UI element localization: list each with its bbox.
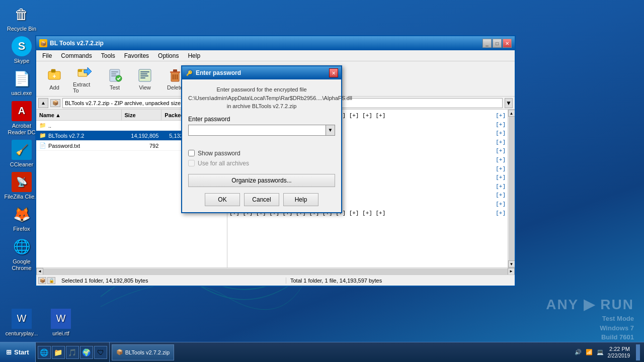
- password-input-row: ▼: [188, 125, 335, 136]
- taskbar: ⊞ Start 🌐 📁 🎵 🌍 🛡 📦 BLTools v2.7.2.zip 🔊…: [0, 342, 644, 362]
- password-input[interactable]: [188, 125, 326, 136]
- quick-launch: 🌐 📁 🎵 🌍 🛡: [36, 342, 110, 362]
- help-button[interactable]: Help: [283, 193, 318, 206]
- tray-network[interactable]: 📶: [586, 349, 593, 355]
- sec-quicklaunch[interactable]: 🛡: [94, 346, 107, 359]
- password-dropdown-arrow[interactable]: ▼: [326, 125, 335, 136]
- tray-volume[interactable]: 🔊: [575, 349, 582, 355]
- show-password-checkbox[interactable]: [188, 150, 195, 156]
- taskbar-items: 📦 BLTools v2.7.2.zip: [110, 344, 571, 360]
- dialog-titlebar: 🔑 Enter password ✕: [182, 66, 341, 79]
- clock: 2:22 PM 2/22/2019: [608, 345, 630, 359]
- taskbar-item-bltools[interactable]: 📦 BLTools v2.7.2.zip: [112, 344, 174, 360]
- taskbar-right: 🔊 📶 💻 2:22 PM 2/22/2019: [571, 344, 645, 360]
- organize-passwords-button[interactable]: Organize passwords...: [188, 174, 335, 187]
- dialog-buttons: OK Cancel Help: [188, 193, 335, 206]
- use-all-archives-row: Use for all archives: [188, 160, 335, 167]
- show-password-row: Show password: [188, 150, 335, 157]
- dialog-info: Enter password for the encrypted file C:…: [188, 85, 335, 111]
- ok-button[interactable]: OK: [205, 193, 240, 206]
- dialog-close-button[interactable]: ✕: [329, 68, 338, 77]
- desktop: 🗑 Recycle Bin S Skype 📄 uaci.exe A Acrob…: [0, 0, 644, 362]
- dialog-spacer: [188, 140, 335, 150]
- ie2-quicklaunch[interactable]: 🌍: [80, 346, 93, 359]
- dialog-overlay: 🔑 Enter password ✕ Enter password for th…: [0, 0, 644, 362]
- media-quicklaunch[interactable]: 🎵: [66, 346, 79, 359]
- show-password-label[interactable]: Show password: [198, 150, 240, 157]
- windows-logo: ⊞: [6, 348, 12, 356]
- dialog-body: Enter password for the encrypted file C:…: [182, 79, 341, 212]
- use-all-archives-label: Use for all archives: [198, 160, 249, 167]
- start-button[interactable]: ⊞ Start: [0, 342, 36, 362]
- dialog-title: Enter password: [196, 69, 329, 76]
- use-all-archives-checkbox[interactable]: [188, 160, 195, 166]
- explorer-quicklaunch[interactable]: 📁: [52, 346, 65, 359]
- cancel-button[interactable]: Cancel: [244, 193, 279, 206]
- enter-password-dialog: 🔑 Enter password ✕ Enter password for th…: [181, 65, 342, 213]
- password-label: Enter password: [188, 116, 335, 123]
- show-desktop-button[interactable]: [636, 344, 640, 360]
- ie-quicklaunch[interactable]: 🌐: [38, 346, 51, 359]
- dialog-icon: 🔑: [185, 69, 193, 77]
- tray-computer[interactable]: 💻: [597, 349, 604, 355]
